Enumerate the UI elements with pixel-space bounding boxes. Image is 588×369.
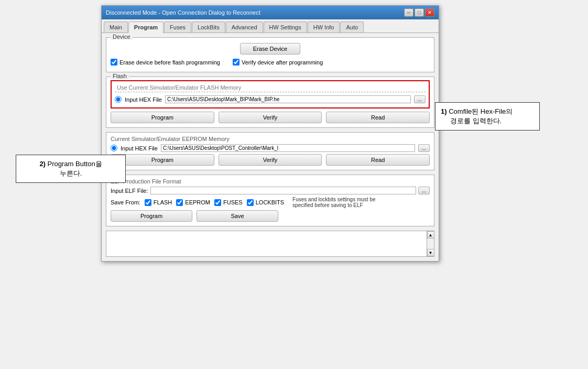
annotation-1-line1: Comfile된 Hex-File의	[449, 107, 513, 115]
elf-browse-button[interactable]: ...	[418, 187, 430, 194]
title-bar: Disconnected Mode - Open Connection Dial…	[102, 6, 439, 19]
eeprom-check-item[interactable]: EEPROM	[176, 199, 210, 206]
eeprom-read-button[interactable]: Read	[326, 154, 430, 166]
checkbox-row: Erase device before flash programming Ve…	[111, 59, 430, 66]
elf-program-button[interactable]: Program	[111, 210, 192, 222]
tab-main[interactable]: Main	[104, 21, 128, 32]
erase-checkbox-input[interactable]	[111, 59, 117, 66]
flash-elf-label: FLASH	[154, 199, 172, 205]
lockbits-elf-checkbox[interactable]	[247, 199, 254, 206]
elf-action-buttons: Program Save	[111, 210, 278, 222]
input-hex-radio[interactable]	[115, 96, 122, 103]
eeprom-hex-radio[interactable]	[111, 145, 117, 151]
eeprom-elf-checkbox[interactable]	[176, 199, 183, 206]
fuses-elf-checkbox[interactable]	[214, 199, 221, 206]
annotation-2: 2) Program Button을 누른다.	[16, 155, 126, 183]
save-from-label: Save From:	[111, 199, 140, 205]
flash-hex-path-input[interactable]	[165, 95, 411, 103]
scroll-down-arrow[interactable]: ▼	[427, 249, 434, 256]
tab-fuses[interactable]: Fuses	[164, 21, 191, 32]
eeprom-browse-button[interactable]: ...	[418, 144, 430, 152]
verify-after-program-checkbox[interactable]: Verify device after programming	[233, 59, 323, 66]
erase-before-flash-checkbox[interactable]: Erase device before flash programming	[111, 59, 220, 66]
scrollbar[interactable]: ▲ ▼	[427, 231, 434, 256]
elf-save-button[interactable]: Save	[197, 210, 278, 222]
tab-auto[interactable]: Auto	[340, 21, 364, 32]
flash-elf-checkbox[interactable]	[145, 199, 151, 206]
flash-browse-button[interactable]: ...	[414, 95, 426, 103]
input-hex-label: Input HEX File	[125, 96, 162, 103]
fuse-info-text: Fuses and lockbits settings must be spec…	[292, 197, 376, 208]
save-from-row: Save From: FLASH EEPROM FUSES	[111, 197, 430, 208]
fuses-check-item[interactable]: FUSES	[214, 199, 243, 206]
tab-program[interactable]: Program	[128, 21, 164, 33]
tab-advanced[interactable]: Advanced	[226, 21, 263, 32]
flash-section: Flash Input HEX File ... Program Verify …	[106, 77, 434, 128]
verify-checkbox-input[interactable]	[233, 59, 239, 66]
minimize-button[interactable]: ─	[404, 8, 413, 17]
main-window: Disconnected Mode - Open Connection Dial…	[101, 5, 439, 262]
eeprom-action-buttons: Program Verify Read	[111, 154, 430, 166]
lockbits-elf-label: LOCKBITS	[256, 199, 284, 205]
flash-read-button[interactable]: Read	[326, 112, 430, 123]
elf-path-input[interactable]	[150, 187, 416, 194]
device-section: Device Erase Device Erase device before …	[106, 37, 434, 72]
annotation-2-line1: Program Button을	[48, 160, 102, 168]
erase-checkbox-label: Erase device before flash programming	[119, 59, 220, 66]
eeprom-elf-label: EEPROM	[185, 199, 210, 205]
eeprom-program-button[interactable]: Program	[111, 154, 214, 166]
eeprom-section-label: Current Simulator/Emulator EEPROM Memory	[111, 136, 430, 142]
elf-input-label: Input ELF File:	[111, 188, 148, 194]
annotation-1: 1) Comfile된 Hex-File의 경로를 입력한다.	[435, 102, 540, 131]
close-button[interactable]: ✕	[425, 8, 434, 17]
flash-program-button[interactable]: Program	[111, 112, 214, 123]
tab-hw-info[interactable]: HW Info	[308, 21, 340, 32]
elf-input-row: Input ELF File: ...	[111, 187, 430, 194]
window-title: Disconnected Mode - Open Connection Dial…	[106, 9, 260, 16]
elf-section: ELF Production File Format Input ELF Fil…	[106, 175, 434, 226]
annotation-1-number: 1)	[441, 107, 447, 115]
tab-hw-settings[interactable]: HW Settings	[264, 21, 307, 32]
annotation-2-line2: 누른다.	[60, 169, 82, 177]
flash-action-buttons: Program Verify Read	[111, 112, 430, 123]
content-area: Device Erase Device Erase device before …	[102, 33, 439, 261]
annotation-2-number: 2)	[39, 160, 46, 168]
eeprom-section: Current Simulator/Emulator EEPROM Memory…	[106, 132, 434, 170]
restore-button[interactable]: □	[415, 8, 424, 17]
fuses-elf-label: FUSES	[223, 199, 243, 205]
lockbits-check-item[interactable]: LOCKBITS	[247, 199, 284, 206]
flash-radio-row: Input HEX File ...	[115, 95, 426, 103]
tab-lockbits[interactable]: LockBits	[192, 21, 225, 32]
flash-label: Flash	[111, 73, 129, 79]
eeprom-verify-button[interactable]: Verify	[219, 154, 322, 166]
device-label: Device	[111, 34, 133, 40]
eeprom-hex-label: Input HEX File	[121, 145, 158, 151]
eeprom-radio-row: Input HEX File ...	[111, 144, 430, 152]
flash-input-area: Input HEX File ...	[111, 80, 430, 108]
flash-check-item[interactable]: FLASH	[145, 199, 172, 206]
flash-memory-input[interactable]	[115, 83, 426, 92]
verify-checkbox-label: Verify device after programming	[242, 59, 323, 66]
elf-section-label: ELF Production File Format	[111, 178, 430, 184]
scrollable-area: ▲ ▼	[106, 231, 434, 257]
window-controls: ─ □ ✕	[404, 8, 434, 17]
erase-device-button[interactable]: Erase Device	[240, 43, 300, 55]
scroll-up-arrow[interactable]: ▲	[427, 231, 434, 238]
flash-verify-button[interactable]: Verify	[219, 112, 322, 123]
annotation-1-line2: 경로를 입력한다.	[450, 117, 502, 125]
eeprom-hex-path-input[interactable]	[161, 144, 415, 152]
tabs-bar: Main Program Fuses LockBits Advanced HW …	[102, 19, 439, 33]
